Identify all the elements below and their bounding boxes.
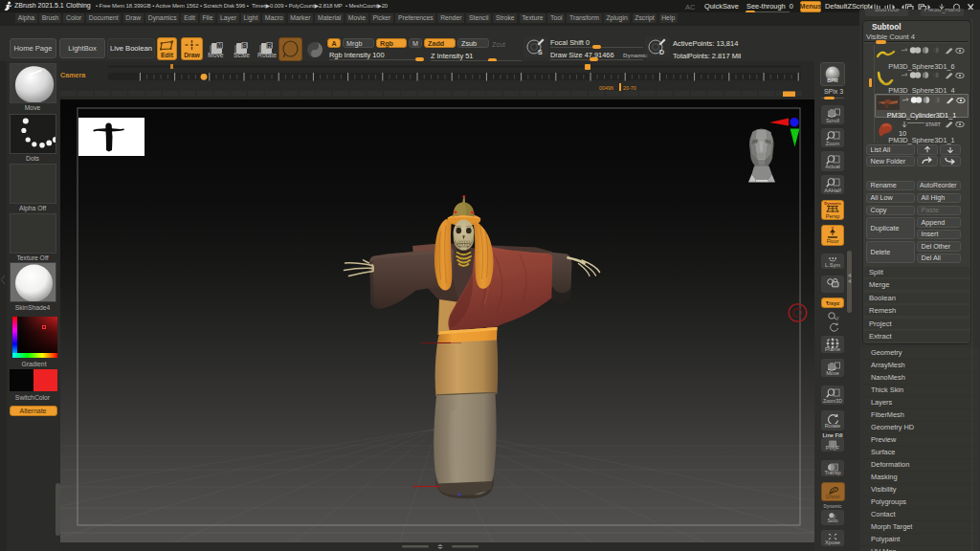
svg-text:M: M (217, 42, 222, 49)
svg-text:START: START (925, 121, 941, 126)
svg-text:Draw: Draw (184, 52, 200, 58)
svg-text:y: y (836, 315, 839, 320)
svg-text:Edit: Edit (161, 52, 174, 58)
svg-text:S: S (538, 49, 543, 55)
svg-text:R: R (267, 42, 272, 49)
svg-text:D: D (659, 49, 664, 55)
svg-text:BPR: BPR (827, 77, 838, 82)
svg-text:S: S (242, 42, 247, 49)
